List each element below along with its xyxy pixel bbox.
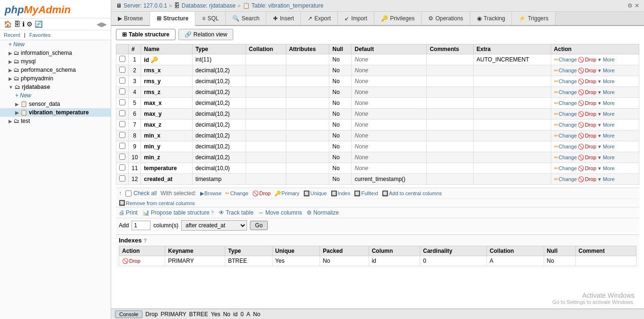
move-columns-link[interactable]: ↔ Move columns bbox=[258, 209, 302, 216]
track-link[interactable]: 👁 Track table bbox=[219, 209, 254, 216]
sidebar-item-test[interactable]: ▶ 🗂 test bbox=[0, 117, 111, 125]
action-fulltext-link[interactable]: 🔲 Fulltext bbox=[354, 190, 378, 197]
tab-triggers[interactable]: ⚡ Triggers bbox=[512, 12, 556, 25]
add-column-go-button[interactable]: Go bbox=[250, 221, 268, 230]
more-link[interactable]: More bbox=[603, 176, 615, 182]
change-link[interactable]: ✏ Change bbox=[554, 57, 577, 63]
change-link[interactable]: ✏ Change bbox=[554, 78, 577, 85]
action-browse-link[interactable]: ▶ Browse bbox=[200, 190, 222, 197]
propose-link[interactable]: 📊 Propose table structure ? bbox=[142, 209, 214, 216]
row-checkbox[interactable] bbox=[119, 99, 125, 105]
change-link[interactable]: ✏ Change bbox=[554, 111, 577, 117]
more-link[interactable]: More bbox=[603, 57, 615, 62]
sidebar-item-vibration_temperature[interactable]: ▶ 📋 vibration_temperature bbox=[0, 108, 111, 117]
change-link[interactable]: ✏ Change bbox=[554, 133, 577, 139]
sidebar-item-sensor_data[interactable]: ▶ 📋 sensor_data bbox=[0, 100, 111, 108]
sub-tab-table-structure[interactable]: ⊞ Table structure bbox=[116, 29, 176, 40]
add-column-position-select[interactable]: after created_at at end of table at begi… bbox=[181, 220, 247, 231]
favorites-link[interactable]: Favorites bbox=[29, 32, 51, 38]
drop-link[interactable]: 🚫 Drop bbox=[578, 122, 596, 128]
change-link[interactable]: ✏ Change bbox=[554, 144, 577, 150]
drop-link[interactable]: 🚫 Drop bbox=[578, 176, 596, 182]
row-checkbox[interactable] bbox=[119, 56, 125, 62]
more-link[interactable]: More bbox=[603, 100, 615, 106]
more-link[interactable]: More bbox=[603, 111, 615, 117]
refresh-icon[interactable]: 🔄 bbox=[35, 20, 43, 28]
sub-tab-relation-view[interactable]: 🔗 Relation view bbox=[178, 29, 233, 40]
row-checkbox[interactable] bbox=[119, 132, 125, 138]
breadcrumb-close-icon[interactable]: ✕ bbox=[635, 2, 639, 9]
normalize-link[interactable]: ⚙ Normalize bbox=[307, 209, 339, 216]
sidebar-new-top[interactable]: + New bbox=[0, 40, 111, 49]
row-checkbox[interactable] bbox=[119, 78, 125, 84]
drop-link[interactable]: 🚫 Drop bbox=[578, 78, 596, 85]
recent-link[interactable]: Recent bbox=[4, 32, 20, 38]
settings-icon[interactable]: ⚙ bbox=[26, 20, 33, 28]
sidebar-item-mysql[interactable]: ▶ 🗂 mysql bbox=[0, 57, 111, 66]
drop-link[interactable]: 🚫 Drop bbox=[578, 165, 596, 172]
drop-link[interactable]: 🚫 Drop bbox=[578, 89, 596, 95]
row-checkbox[interactable] bbox=[119, 143, 125, 149]
drop-link[interactable]: 🚫 Drop bbox=[578, 144, 596, 150]
row-checkbox[interactable] bbox=[119, 121, 125, 127]
row-checkbox[interactable] bbox=[119, 175, 125, 181]
sidebar-item-rj-new[interactable]: + New bbox=[0, 91, 111, 100]
more-link[interactable]: More bbox=[603, 144, 615, 149]
action-drop-link[interactable]: 🚫 Drop bbox=[252, 190, 271, 197]
info-icon[interactable]: ℹ bbox=[22, 20, 25, 28]
drop-link[interactable]: 🚫 Drop bbox=[578, 111, 596, 117]
toggle-icon[interactable]: ◀▶ bbox=[97, 20, 107, 28]
more-link[interactable]: More bbox=[603, 89, 615, 95]
row-checkbox[interactable] bbox=[119, 67, 125, 73]
action-index-link[interactable]: 🔲 Index bbox=[331, 190, 351, 197]
idx-drop-link[interactable]: 🚫 Drop bbox=[122, 258, 162, 264]
more-link[interactable]: More bbox=[603, 122, 615, 128]
change-link[interactable]: ✏ Change bbox=[554, 176, 577, 182]
tab-export[interactable]: ↗ Export bbox=[301, 12, 338, 25]
more-link[interactable]: More bbox=[603, 155, 615, 160]
tab-insert[interactable]: ✚ Insert bbox=[266, 12, 301, 25]
more-link[interactable]: More bbox=[603, 78, 615, 84]
breadcrumb-database[interactable]: Database: rjdatabase bbox=[182, 2, 236, 9]
drop-link[interactable]: 🚫 Drop bbox=[578, 133, 596, 139]
action-change-link[interactable]: ✏ Change bbox=[225, 190, 248, 197]
row-checkbox[interactable] bbox=[119, 88, 125, 95]
tab-import[interactable]: ↙ Import bbox=[338, 12, 374, 25]
drop-link[interactable]: 🚫 Drop bbox=[578, 155, 596, 161]
more-link[interactable]: More bbox=[603, 133, 615, 138]
home-icon[interactable]: 🏠 bbox=[4, 20, 12, 28]
remove-central-link[interactable]: 🔲 Remove from central columns bbox=[119, 200, 636, 206]
check-all-checkbox[interactable] bbox=[125, 190, 132, 197]
sidebar-item-performance_schema[interactable]: ▶ 🗂 performance_schema bbox=[0, 66, 111, 74]
action-primary-link[interactable]: 🔑 Primary bbox=[274, 190, 300, 197]
drop-link[interactable]: 🚫 Drop bbox=[578, 100, 596, 106]
row-checkbox[interactable] bbox=[119, 154, 125, 160]
add-column-count-input[interactable] bbox=[132, 221, 150, 230]
row-checkbox[interactable] bbox=[119, 110, 125, 116]
breadcrumb-server[interactable]: Server: 127.0.0.1 bbox=[124, 2, 167, 9]
sidebar-item-rjdatabase[interactable]: ▼ 🗂 rjdatabase bbox=[0, 83, 111, 91]
action-unique-link[interactable]: 🔲 Unique bbox=[303, 190, 327, 197]
more-link[interactable]: More bbox=[603, 165, 615, 171]
drop-link[interactable]: 🚫 Drop bbox=[578, 57, 596, 63]
db-icon[interactable]: 🗄 bbox=[14, 20, 20, 28]
sidebar-item-information_schema[interactable]: ▶ 🗂 information_schema bbox=[0, 49, 111, 57]
change-link[interactable]: ✏ Change bbox=[554, 89, 577, 95]
check-all-link[interactable]: Check all bbox=[133, 190, 157, 197]
indexes-help-icon[interactable]: ? bbox=[143, 238, 147, 243]
tab-search[interactable]: 🔍 Search bbox=[226, 12, 266, 25]
more-link[interactable]: More bbox=[603, 68, 615, 73]
tab-structure[interactable]: ⊞ Structure bbox=[150, 12, 195, 26]
drop-link[interactable]: 🚫 Drop bbox=[578, 68, 596, 74]
tab-privileges[interactable]: 🔑 Privileges bbox=[374, 12, 422, 25]
breadcrumb-gear-icon[interactable]: ⚙ bbox=[627, 2, 633, 9]
change-link[interactable]: ✏ Change bbox=[554, 100, 577, 106]
console-button[interactable]: Console bbox=[115, 310, 142, 318]
tab-sql[interactable]: ≡ SQL bbox=[195, 12, 226, 25]
change-link[interactable]: ✏ Change bbox=[554, 165, 577, 172]
action-add-central-link[interactable]: 🔲 Add to central columns bbox=[382, 190, 442, 197]
change-link[interactable]: ✏ Change bbox=[554, 155, 577, 161]
tab-browse[interactable]: ▶ Browse bbox=[111, 12, 150, 25]
print-link[interactable]: 🖨 Print bbox=[119, 209, 138, 216]
tab-operations[interactable]: ⚙ Operations bbox=[422, 12, 470, 25]
